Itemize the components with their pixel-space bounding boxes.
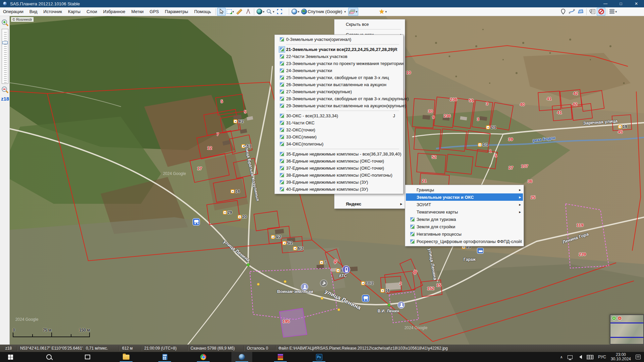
volume-icon[interactable] xyxy=(577,355,582,359)
chevron-down-icon[interactable]: ▾ xyxy=(356,10,358,13)
start-button[interactable] xyxy=(0,352,21,362)
menu-item-enk-36[interactable]: 36-Единые недвижимые комплексы (ОКС-точк… xyxy=(275,158,402,165)
move-tool-button[interactable] xyxy=(217,8,226,16)
selection-tool-button[interactable]: ▾ xyxy=(226,8,235,16)
menu-item-parcels-oks[interactable]: Земельные участки и ОКС▸ xyxy=(406,193,523,201)
zoom-tool-button[interactable]: ▾ xyxy=(265,8,275,16)
menu-item-parcels-23[interactable]: 23-Земельные участки по проекту межевани… xyxy=(275,60,402,67)
keyboard-icon[interactable] xyxy=(587,355,593,359)
taskbar-winrar[interactable] xyxy=(270,352,291,362)
taskbar-chrome[interactable] xyxy=(193,352,214,362)
menu-item-oks-32[interactable]: 32-ОКС(точки) xyxy=(275,126,402,133)
menu-view[interactable]: Вид xyxy=(26,8,41,15)
stop-download-button[interactable] xyxy=(597,8,605,16)
parcel-number-label: 36 xyxy=(528,179,532,184)
menu-operations[interactable]: Операции xyxy=(0,8,26,15)
menu-source[interactable]: Источник xyxy=(40,8,65,15)
zoom-slider[interactable] xyxy=(2,29,8,84)
language-indicator[interactable]: РУС xyxy=(598,355,606,359)
menu-maps[interactable]: Карты xyxy=(65,8,84,15)
taskbar-clock[interactable]: 23:00 30.10.2024 xyxy=(611,353,631,361)
menu-settings[interactable]: Параметры xyxy=(162,8,191,15)
chevron-down-icon[interactable]: ▾ xyxy=(344,10,346,13)
minimize-button[interactable]: — xyxy=(598,0,613,7)
menu-item-parcels-29[interactable]: 29-Земельные участки выставленные на аук… xyxy=(275,102,402,109)
overview-minimap[interactable]: + − xyxy=(610,314,644,345)
taskbar-search-button[interactable] xyxy=(39,352,59,362)
menu-item-enk-38[interactable]: 38-Единые недвижимые комплексы (ОКС-поли… xyxy=(275,172,402,179)
layer-icon xyxy=(280,89,284,94)
add-path-button[interactable] xyxy=(568,8,576,16)
cache-manager-button[interactable]: ▾ xyxy=(608,8,618,16)
menu-item-oks-31[interactable]: 31-Части ОКС xyxy=(275,119,402,126)
taskbar-explorer[interactable] xyxy=(116,352,137,362)
chevron-down-icon[interactable]: ▾ xyxy=(232,10,234,13)
webmap-button[interactable]: ▾ xyxy=(256,8,266,16)
menu-favorites[interactable]: Избранное xyxy=(100,8,128,15)
maximize-button[interactable]: □ xyxy=(613,0,629,7)
taskbar-photoshop[interactable]: Ps xyxy=(309,352,329,362)
menu-item-oks-30[interactable]: 30-ОКС - все(31,32,33,34)J xyxy=(275,112,402,119)
menu-item-enk-37[interactable]: 37-Единые недвижимые комплексы (ОКС-точк… xyxy=(275,165,402,172)
ruler-tool-button[interactable] xyxy=(235,8,244,16)
menu-item-parcels-25[interactable]: 25-Земельные участки, свободные от прав … xyxy=(275,74,402,81)
menu-item-parcels-21[interactable]: 21-Земельные участки все(22,23,24,25,26,… xyxy=(275,46,402,53)
taskbar-calculator[interactable] xyxy=(154,352,175,362)
menu-item-hide-all[interactable]: Скрыть все xyxy=(335,20,404,28)
taskbar-sasplanet[interactable] xyxy=(231,352,252,362)
chevron-down-icon[interactable]: ▾ xyxy=(615,10,617,13)
menu-item-oks-33[interactable]: 33-ОКС(линии) xyxy=(275,133,402,140)
minimap-zoom-in-button[interactable]: + xyxy=(612,316,616,320)
menu-item-parcels-28[interactable]: 28-Земельные участки, свободные от прав … xyxy=(275,95,402,102)
favorites-button[interactable]: ★ ▾ xyxy=(378,8,388,16)
menu-item-yandex[interactable]: Яндекс▸ xyxy=(335,200,404,207)
placemark-manager-button[interactable] xyxy=(588,8,597,16)
chevron-down-icon[interactable]: ▾ xyxy=(273,10,274,13)
menu-item-parcels-27[interactable]: 27-Земельные участки(крупные) xyxy=(275,88,402,95)
menu-placemarks[interactable]: Метки xyxy=(128,8,147,15)
action-center-icon[interactable] xyxy=(636,355,641,359)
add-placemark-button[interactable] xyxy=(559,8,568,16)
menu-item-tourism-lands[interactable]: Земли для туризма xyxy=(406,216,523,223)
map-type-selector[interactable]: Спутник (Google) ▾ xyxy=(300,8,347,16)
previous-map-button[interactable]: ▾ xyxy=(290,8,301,16)
minimap-viewport[interactable] xyxy=(610,322,643,338)
menu-gps[interactable]: GPS xyxy=(147,8,162,15)
menu-item-parcels-0[interactable]: 0-Земельные участки(оригинал) xyxy=(275,36,402,43)
menu-item-enk-40[interactable]: 40-Единые недвижимые комплексы (ЗУ) xyxy=(275,186,402,193)
close-button[interactable]: ✕ xyxy=(629,0,644,7)
menu-item-negative-processes[interactable]: Негативные процессы xyxy=(406,230,523,238)
menu-item-parcels-22[interactable]: 22-Части Земельных участков xyxy=(275,53,402,60)
house-marker-icon xyxy=(336,268,340,273)
layers-selector-button[interactable]: ▾ xyxy=(348,8,359,16)
zoom-out-icon[interactable] xyxy=(1,86,9,94)
distance-tool-button[interactable] xyxy=(244,8,253,16)
menu-item-enk-39[interactable]: 39-Единые недвижимые комплексы (ЗУ) xyxy=(275,179,402,186)
fullscreen-button[interactable] xyxy=(275,8,284,16)
menu-item-parcels-26[interactable]: 26-Земельные участки выставленные на аук… xyxy=(275,81,402,88)
menu-item-parcels-24[interactable]: 24-Земельные участки xyxy=(275,67,402,74)
network-icon[interactable] xyxy=(568,355,573,359)
hidden-icons-chevron[interactable]: ∧ xyxy=(560,355,563,359)
garage-icon xyxy=(477,248,484,254)
menu-item-enk-35[interactable]: 35-Единые недвижимые комплексы - все(36,… xyxy=(275,150,402,158)
menu-item-construction-lands[interactable]: Земля для стройки xyxy=(406,223,523,230)
windows-logo-icon xyxy=(8,355,13,360)
minimap-zoom-out-button[interactable]: − xyxy=(618,316,622,320)
zoom-in-icon[interactable] xyxy=(1,19,9,27)
menu-help[interactable]: Помощь xyxy=(191,8,214,15)
chevron-down-icon[interactable]: ▾ xyxy=(263,10,265,13)
add-polygon-button[interactable] xyxy=(576,8,585,16)
menu-item-borders[interactable]: Границы▸ xyxy=(406,186,523,193)
task-view-button[interactable] xyxy=(77,352,98,362)
menu-item-zouit[interactable]: ЗОУИТ▸ xyxy=(406,201,523,208)
zoom-slider-handle[interactable] xyxy=(2,41,8,44)
menu-item-oks-34[interactable]: 34-ОКС(полигоны) xyxy=(275,140,402,147)
parcel-number-label: 45 xyxy=(618,129,623,134)
chevron-down-icon[interactable]: ▾ xyxy=(385,10,387,13)
chevron-down-icon[interactable]: ▾ xyxy=(298,10,300,13)
menu-item-orthophoto[interactable]: Росреестр_Цифровые ортофотопланы ФФПД-сл… xyxy=(406,238,523,245)
menu-layers[interactable]: Слои xyxy=(84,8,100,15)
rosreestr-submenu: Границы▸ Земельные участки и ОКС▸ ЗОУИТ▸… xyxy=(405,185,524,246)
menu-item-thematic-maps[interactable]: Тематические карты▸ xyxy=(406,208,523,216)
